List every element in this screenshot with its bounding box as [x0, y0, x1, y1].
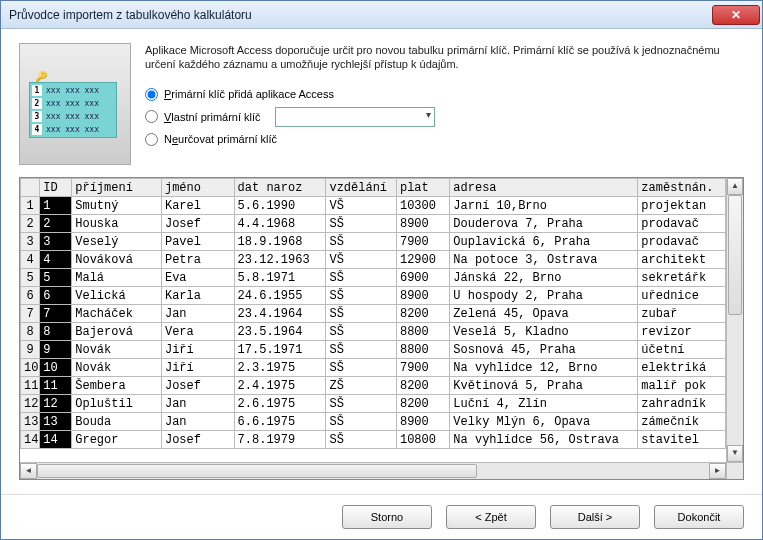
table-row[interactable]: 66VelickáKarla24.6.1955SŠ8900U hospody 2…: [21, 287, 726, 305]
cell-id[interactable]: 9: [40, 341, 72, 359]
cell-zam[interactable]: architekt: [638, 251, 726, 269]
cell-jmeno[interactable]: Jan: [161, 413, 234, 431]
table-row[interactable]: 1111ŠemberaJosef2.4.1975ZŠ8200Květinová …: [21, 377, 726, 395]
primary-key-select[interactable]: [275, 107, 435, 127]
cell-plat[interactable]: 8800: [396, 323, 449, 341]
col-id[interactable]: ID: [40, 179, 72, 197]
cell-zam[interactable]: sekretářk: [638, 269, 726, 287]
cell-prijmeni[interactable]: Velická: [72, 287, 162, 305]
cell-jmeno[interactable]: Josef: [161, 377, 234, 395]
cell-zam[interactable]: stavitel: [638, 431, 726, 449]
cell-id[interactable]: 4: [40, 251, 72, 269]
cell-prijmeni[interactable]: Šembera: [72, 377, 162, 395]
scroll-up-icon[interactable]: ▲: [727, 178, 743, 195]
col-jmeno[interactable]: jméno: [161, 179, 234, 197]
cell-adresa[interactable]: Ouplavická 6, Praha: [450, 233, 638, 251]
cell-vzdelani[interactable]: SŠ: [326, 233, 397, 251]
cell-jmeno[interactable]: Karla: [161, 287, 234, 305]
cell-id[interactable]: 10: [40, 359, 72, 377]
scroll-right-icon[interactable]: ►: [709, 463, 726, 479]
cell-plat[interactable]: 8900: [396, 215, 449, 233]
cell-datnaroz[interactable]: 5.8.1971: [234, 269, 326, 287]
cell-adresa[interactable]: Velky Mlýn 6, Opava: [450, 413, 638, 431]
cell-id[interactable]: 7: [40, 305, 72, 323]
cell-id[interactable]: 8: [40, 323, 72, 341]
cell-prijmeni[interactable]: Bouda: [72, 413, 162, 431]
cell-jmeno[interactable]: Josef: [161, 431, 234, 449]
cell-datnaroz[interactable]: 7.8.1979: [234, 431, 326, 449]
cell-id[interactable]: 2: [40, 215, 72, 233]
scroll-left-icon[interactable]: ◄: [20, 463, 37, 479]
cell-datnaroz[interactable]: 2.6.1975: [234, 395, 326, 413]
table-row[interactable]: 99NovákJiří17.5.1971SŠ8800Sosnová 45, Pr…: [21, 341, 726, 359]
cell-zam[interactable]: revizor: [638, 323, 726, 341]
cell-adresa[interactable]: Sosnová 45, Praha: [450, 341, 638, 359]
cell-prijmeni[interactable]: Macháček: [72, 305, 162, 323]
radio-access-key[interactable]: Primární klíč přidá aplikace Access: [145, 88, 744, 101]
cell-vzdelani[interactable]: ZŠ: [326, 377, 397, 395]
cell-adresa[interactable]: U hospody 2, Praha: [450, 287, 638, 305]
cell-prijmeni[interactable]: Houska: [72, 215, 162, 233]
cell-id[interactable]: 5: [40, 269, 72, 287]
cell-zam[interactable]: zahradník: [638, 395, 726, 413]
cell-datnaroz[interactable]: 2.3.1975: [234, 359, 326, 377]
cell-prijmeni[interactable]: Novák: [72, 359, 162, 377]
cell-plat[interactable]: 10300: [396, 197, 449, 215]
radio-own-key[interactable]: Vlastní primární klíč: [145, 107, 744, 127]
cell-plat[interactable]: 8200: [396, 377, 449, 395]
cell-datnaroz[interactable]: 23.4.1964: [234, 305, 326, 323]
cell-zam[interactable]: prodavač: [638, 215, 726, 233]
cell-adresa[interactable]: Jánská 22, Brno: [450, 269, 638, 287]
scroll-thumb-v[interactable]: [728, 195, 742, 315]
cell-prijmeni[interactable]: Bajerová: [72, 323, 162, 341]
cell-adresa[interactable]: Jarní 10,Brno: [450, 197, 638, 215]
cell-zam[interactable]: projektan: [638, 197, 726, 215]
radio-own-key-input[interactable]: [145, 110, 158, 123]
cell-jmeno[interactable]: Pavel: [161, 233, 234, 251]
cell-jmeno[interactable]: Jan: [161, 395, 234, 413]
cell-prijmeni[interactable]: Gregor: [72, 431, 162, 449]
cell-vzdelani[interactable]: SŠ: [326, 395, 397, 413]
vertical-scrollbar[interactable]: ▲ ▼: [726, 178, 743, 462]
cell-plat[interactable]: 8800: [396, 341, 449, 359]
cell-prijmeni[interactable]: Smutný: [72, 197, 162, 215]
cell-zam[interactable]: elektriká: [638, 359, 726, 377]
cell-vzdelani[interactable]: SŠ: [326, 269, 397, 287]
cell-id[interactable]: 14: [40, 431, 72, 449]
cell-vzdelani[interactable]: SŠ: [326, 341, 397, 359]
col-plat[interactable]: plat: [396, 179, 449, 197]
cell-vzdelani[interactable]: SŠ: [326, 359, 397, 377]
table-row[interactable]: 1414GregorJosef7.8.1979SŠ10800Na vyhlídc…: [21, 431, 726, 449]
cell-id[interactable]: 13: [40, 413, 72, 431]
cell-plat[interactable]: 10800: [396, 431, 449, 449]
cell-plat[interactable]: 8200: [396, 305, 449, 323]
cell-datnaroz[interactable]: 4.4.1968: [234, 215, 326, 233]
cell-vzdelani[interactable]: VŠ: [326, 251, 397, 269]
cell-datnaroz[interactable]: 23.5.1964: [234, 323, 326, 341]
cell-vzdelani[interactable]: VŠ: [326, 197, 397, 215]
cell-jmeno[interactable]: Vera: [161, 323, 234, 341]
cell-datnaroz[interactable]: 24.6.1955: [234, 287, 326, 305]
cell-datnaroz[interactable]: 18.9.1968: [234, 233, 326, 251]
cell-datnaroz[interactable]: 5.6.1990: [234, 197, 326, 215]
cell-vzdelani[interactable]: SŠ: [326, 287, 397, 305]
table-row[interactable]: 1212OpluštilJan2.6.1975SŠ8200Luční 4, Zl…: [21, 395, 726, 413]
close-button[interactable]: ✕: [712, 5, 760, 25]
cell-plat[interactable]: 12900: [396, 251, 449, 269]
cell-vzdelani[interactable]: SŠ: [326, 431, 397, 449]
cell-zam[interactable]: zámečník: [638, 413, 726, 431]
cell-jmeno[interactable]: Jiří: [161, 341, 234, 359]
cell-adresa[interactable]: Douderova 7, Praha: [450, 215, 638, 233]
cell-plat[interactable]: 6900: [396, 269, 449, 287]
cell-zam[interactable]: uřednice: [638, 287, 726, 305]
cell-jmeno[interactable]: Karel: [161, 197, 234, 215]
cell-adresa[interactable]: Květinová 5, Praha: [450, 377, 638, 395]
cell-adresa[interactable]: Na vyhlídce 12, Brno: [450, 359, 638, 377]
table-row[interactable]: 44NovákováPetra23.12.1963VŠ12900Na potoc…: [21, 251, 726, 269]
cell-id[interactable]: 1: [40, 197, 72, 215]
cell-id[interactable]: 11: [40, 377, 72, 395]
cell-prijmeni[interactable]: Nováková: [72, 251, 162, 269]
cell-zam[interactable]: prodavač: [638, 233, 726, 251]
cell-adresa[interactable]: Na vyhlídce 56, Ostrava: [450, 431, 638, 449]
horizontal-scrollbar[interactable]: ◄ ►: [20, 462, 726, 479]
